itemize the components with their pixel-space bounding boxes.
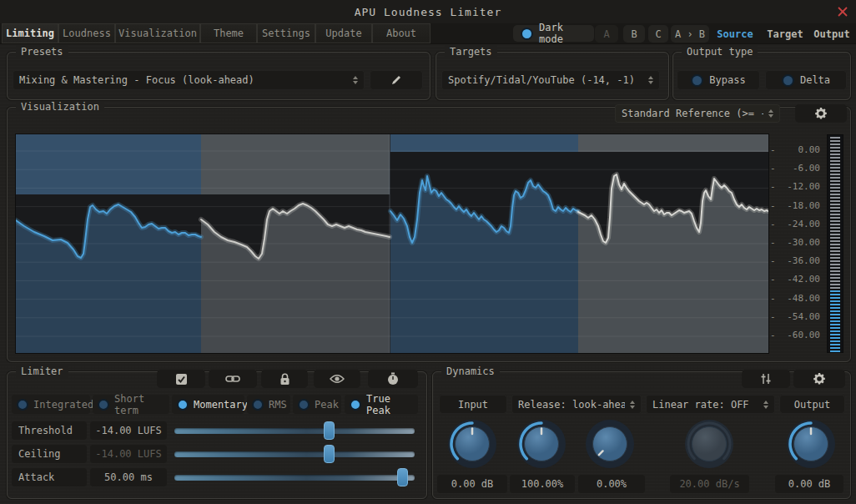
tab-about[interactable]: About bbox=[372, 23, 431, 43]
window-title: APU Loudness Limiter bbox=[0, 6, 856, 18]
tick-mark: - bbox=[770, 181, 776, 192]
amount-value[interactable]: 100.00% bbox=[510, 475, 575, 493]
meter-segment bbox=[830, 284, 840, 285]
view-target-button[interactable]: Target bbox=[761, 25, 809, 43]
knob-icon bbox=[446, 416, 499, 474]
tick-mark: - bbox=[770, 163, 776, 174]
limiter-timing-button[interactable] bbox=[368, 370, 418, 388]
db-scale-label: --60.00 bbox=[770, 330, 820, 340]
bypass-toggle[interactable]: Bypass bbox=[677, 70, 760, 90]
tab-theme[interactable]: Theme bbox=[200, 23, 257, 43]
view-source-button[interactable]: Source bbox=[712, 25, 758, 43]
threshold-slider[interactable] bbox=[174, 421, 415, 440]
limiter-link-button[interactable] bbox=[209, 370, 257, 388]
rate-value[interactable]: 20.00 dB/s bbox=[670, 475, 749, 493]
dynamics-faders-button[interactable] bbox=[742, 370, 790, 388]
spinner-arrows-icon bbox=[648, 76, 653, 84]
target-select[interactable]: Spotify/Tidal/YouTube (-14, -1) bbox=[441, 70, 660, 90]
view-output-button[interactable]: Output bbox=[809, 25, 854, 43]
slot-label: B bbox=[631, 28, 637, 40]
meter-segment bbox=[830, 144, 840, 145]
knob-icon bbox=[682, 416, 736, 474]
output-gain-knob[interactable] bbox=[784, 416, 838, 474]
meter-segment bbox=[830, 207, 840, 209]
meter-segment bbox=[830, 247, 840, 249]
release-select[interactable]: Release: look-ahead bbox=[511, 395, 642, 414]
delta-toggle[interactable]: Delta bbox=[765, 70, 847, 90]
threshold-label: Threshold bbox=[12, 421, 87, 440]
meter-segment bbox=[830, 297, 840, 299]
limiter-visibility-button[interactable] bbox=[314, 370, 360, 388]
metric-short-term[interactable]: Short term bbox=[93, 395, 169, 414]
input-gain-knob[interactable] bbox=[446, 416, 499, 474]
dynamics-output-button[interactable]: Output bbox=[779, 395, 845, 414]
preset-slot-c-button[interactable]: C bbox=[648, 25, 668, 43]
visualization-settings-button[interactable] bbox=[795, 104, 847, 123]
db-scale-label: --36.00 bbox=[770, 255, 820, 266]
meter-segment bbox=[830, 307, 840, 309]
slot-label: A › B bbox=[675, 28, 705, 40]
linear-rate-select[interactable]: Linear rate: OFF bbox=[646, 395, 775, 414]
reference-select[interactable]: Standard Reference (>= -60) bbox=[615, 104, 780, 123]
meter-segment bbox=[830, 150, 840, 152]
input-gain-value[interactable]: 0.00 dB bbox=[437, 475, 507, 493]
edit-preset-button[interactable] bbox=[370, 70, 423, 90]
preset-select[interactable]: Mixing & Mastering - Focus (look-ahead) bbox=[13, 70, 365, 90]
output-gain-value[interactable]: 0.00 dB bbox=[775, 475, 843, 493]
attack-value[interactable]: 50.00 ms bbox=[90, 468, 167, 486]
ceiling-value[interactable]: -14.00 LUFS bbox=[90, 445, 167, 463]
tab-label: About bbox=[386, 28, 416, 39]
preset-selected-value: Mixing & Mastering - Focus (look-ahead) bbox=[19, 74, 348, 86]
meter-segment bbox=[830, 340, 840, 342]
attack-slider[interactable] bbox=[174, 468, 415, 486]
limiter-lock-button[interactable] bbox=[261, 370, 308, 388]
rate-knob[interactable] bbox=[682, 416, 736, 474]
meter-segment bbox=[830, 167, 840, 169]
chain-link-icon bbox=[225, 374, 240, 384]
db-scale: -0.00--6.00--12.00--18.00--24.00--30.00-… bbox=[770, 134, 820, 353]
level-meter bbox=[828, 135, 843, 352]
tab-visualization[interactable]: Visualization bbox=[115, 23, 200, 43]
ceiling-slider[interactable] bbox=[174, 445, 415, 463]
tab-limiting[interactable]: Limiting bbox=[2, 23, 58, 43]
tab-label: Settings bbox=[262, 28, 310, 39]
slot-label: C bbox=[655, 28, 661, 40]
slider-thumb[interactable] bbox=[397, 468, 408, 486]
presets-legend: Presets bbox=[16, 46, 68, 58]
dynamics-input-button[interactable]: Input bbox=[439, 395, 507, 414]
metric-integrated[interactable]: Integrated bbox=[12, 395, 90, 414]
tick-mark: - bbox=[770, 219, 776, 229]
attack-label: Attack bbox=[12, 468, 87, 486]
tab-settings[interactable]: Settings bbox=[257, 23, 315, 43]
tab-update[interactable]: Update bbox=[315, 23, 372, 43]
loudness-graph[interactable] bbox=[16, 134, 768, 353]
dynamics-section: Dynamics Input Release: look-ahead Linea… bbox=[432, 371, 851, 499]
metric-peak[interactable]: Peak bbox=[293, 395, 341, 414]
meter-segment bbox=[830, 320, 840, 322]
meter-segment bbox=[830, 164, 840, 165]
mix-knob[interactable] bbox=[583, 416, 637, 474]
tab-loudness[interactable]: Loudness bbox=[58, 23, 115, 43]
metric-momentary[interactable]: Momentary bbox=[172, 395, 244, 414]
tick-mark: - bbox=[770, 255, 776, 266]
preset-slot-a-button[interactable]: A bbox=[595, 25, 618, 43]
metric-rms[interactable]: RMS bbox=[247, 395, 290, 414]
delta-label: Delta bbox=[800, 74, 830, 86]
copy-a-to-b-button[interactable]: A › B bbox=[671, 25, 709, 43]
metric-true-peak[interactable]: True Peak bbox=[345, 395, 418, 414]
mix-value[interactable]: 0.00% bbox=[578, 475, 645, 493]
dynamics-legend: Dynamics bbox=[441, 365, 500, 377]
threshold-value[interactable]: -14.00 LUFS bbox=[90, 421, 167, 440]
knob-icon bbox=[583, 416, 637, 474]
close-button[interactable] bbox=[836, 5, 849, 18]
dark-mode-toggle[interactable]: Dark mode bbox=[513, 25, 594, 42]
presets-section: Presets Mixing & Mastering - Focus (look… bbox=[7, 52, 431, 100]
amount-knob[interactable] bbox=[515, 416, 568, 474]
meter-segment bbox=[830, 274, 840, 275]
limiter-enable-button[interactable] bbox=[157, 370, 205, 388]
meter-segment bbox=[830, 157, 840, 159]
preset-slot-b-button[interactable]: B bbox=[623, 25, 645, 43]
slider-thumb[interactable] bbox=[324, 421, 335, 440]
dynamics-settings-button[interactable] bbox=[793, 370, 845, 388]
slider-thumb[interactable] bbox=[324, 445, 335, 463]
